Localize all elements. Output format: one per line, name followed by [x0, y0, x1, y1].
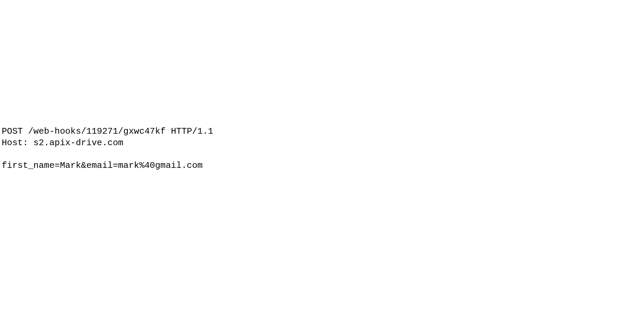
request-line: POST /web-hooks/119271/gxwc47kf HTTP/1.1 [2, 126, 213, 136]
host-header: Host: s2.apix-drive.com [2, 138, 123, 148]
http-request-text: POST /web-hooks/119271/gxwc47kf HTTP/1.1… [2, 126, 213, 172]
request-body: first_name=Mark&email=mark%40gmail.com [2, 160, 203, 171]
